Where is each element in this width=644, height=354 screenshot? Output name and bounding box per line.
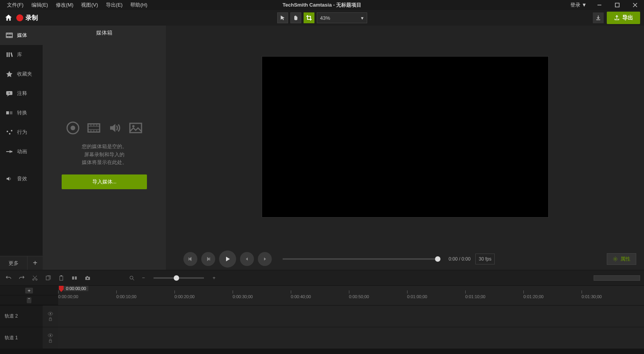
export-icon [614, 15, 620, 21]
eye-icon [48, 333, 53, 337]
tab-label: 音效 [17, 175, 27, 182]
track-label[interactable]: 轨道 2 [0, 306, 43, 327]
tab-media[interactable]: 媒体 [0, 26, 43, 45]
tab-label: 库 [17, 51, 22, 58]
track-add-button[interactable]: + [0, 286, 58, 295]
tab-favorites[interactable]: 收藏夹 [0, 64, 43, 84]
menubar: 文件(F) 编辑(E) 修改(M) 视图(V) 导出(E) 帮助(H) Tech… [0, 0, 644, 10]
tab-library[interactable]: 库 [0, 45, 43, 64]
menu-modify[interactable]: 修改(M) [52, 0, 78, 10]
tab-audio[interactable]: 音效 [0, 169, 43, 188]
hand-tool[interactable] [290, 12, 301, 23]
record-button[interactable]: 录制 [16, 14, 38, 22]
fps-display[interactable]: 30 fps [475, 254, 495, 264]
lock-icon [48, 316, 53, 321]
zoom-out-button[interactable]: − [139, 273, 148, 283]
scrub-head[interactable] [435, 256, 440, 262]
zoom-in-button[interactable]: + [209, 273, 219, 283]
next-marker-button[interactable] [258, 252, 272, 266]
menu-file[interactable]: 文件(F) [3, 0, 28, 10]
svg-rect-19 [60, 276, 63, 280]
tab-transitions[interactable]: 转换 [0, 103, 43, 123]
tab-animation[interactable]: 动画 [0, 142, 43, 161]
timeline: + ˇ 0:00:00;00 0:00:00;000:00:10;000:00:… [0, 285, 644, 354]
download-button[interactable] [593, 12, 604, 23]
svg-point-24 [87, 278, 88, 279]
home-button[interactable] [4, 13, 13, 22]
canvas[interactable] [262, 56, 549, 218]
zoom-slider[interactable] [154, 277, 204, 279]
cut-button[interactable] [30, 273, 40, 283]
prev-frame-button[interactable] [183, 252, 197, 266]
maximize-button[interactable] [608, 0, 626, 10]
menu-view[interactable]: 视图(V) [77, 0, 102, 10]
track-content[interactable] [58, 306, 644, 327]
transition-icon [5, 109, 13, 117]
crop-tool[interactable] [304, 12, 314, 23]
undo-button[interactable] [4, 273, 13, 283]
import-media-button[interactable]: 导入媒体... [62, 174, 147, 189]
behavior-icon [5, 128, 13, 136]
playhead[interactable]: 0:00:00;00 [58, 286, 64, 292]
track-collapse-button[interactable]: ˇ [0, 295, 58, 305]
timeline-hscroll[interactable] [594, 275, 640, 281]
close-button[interactable] [626, 0, 644, 10]
more-button[interactable]: 更多 [0, 256, 27, 270]
camera-button[interactable] [83, 273, 92, 283]
menu-help[interactable]: 帮助(H) [126, 0, 151, 10]
split-button[interactable] [70, 273, 79, 283]
ruler-tick: 0:01:20;00 [523, 294, 544, 299]
svg-rect-13 [130, 123, 142, 133]
menu-export[interactable]: 导出(E) [102, 0, 126, 10]
prev-marker-button[interactable] [240, 252, 254, 266]
svg-rect-4 [6, 111, 9, 114]
play-button[interactable] [219, 250, 236, 268]
svg-point-9 [11, 151, 12, 152]
track-controls[interactable] [43, 306, 58, 327]
zoom-slider-head[interactable] [174, 275, 179, 281]
timeline-ruler[interactable]: 0:00:00;00 0:00:00;000:00:10;000:00:20;0… [58, 286, 644, 305]
next-frame-button[interactable] [201, 252, 215, 266]
track-label[interactable]: 轨道 1 [0, 327, 43, 349]
export-label: 导出 [622, 14, 633, 21]
svg-rect-21 [72, 276, 74, 280]
add-button[interactable]: + [27, 256, 43, 270]
zoom-dropdown[interactable]: 43% ▾ [317, 12, 367, 23]
canvas-area: 0:00 / 0:00 30 fps 属性 [166, 26, 644, 270]
audio-icon [5, 175, 13, 183]
track-content[interactable] [58, 327, 644, 349]
svg-point-28 [50, 313, 51, 314]
tab-label: 收藏夹 [17, 71, 32, 78]
svg-point-7 [9, 133, 10, 135]
svg-point-6 [7, 131, 8, 132]
svg-point-26 [130, 276, 133, 279]
ruler-tick: 0:01:00;00 [407, 294, 427, 299]
svg-point-8 [11, 130, 12, 131]
pointer-tool[interactable] [277, 12, 288, 23]
scrub-bar[interactable] [283, 258, 438, 260]
minimize-button[interactable] [590, 0, 608, 10]
login-button[interactable]: 登录 ▼ [566, 0, 590, 10]
ruler-tick: 0:01:10;00 [465, 294, 485, 299]
tab-annotations[interactable]: a 注释 [0, 84, 43, 103]
tab-label: 转换 [17, 109, 27, 116]
redo-button[interactable] [17, 273, 26, 283]
timeline-track: 轨道 1 [0, 327, 644, 349]
properties-button[interactable]: 属性 [607, 253, 636, 265]
tab-label: 注释 [17, 90, 27, 97]
tab-behavior[interactable]: 行为 [0, 123, 43, 142]
bin-title: 媒体箱 [43, 26, 166, 40]
star-icon [5, 70, 13, 78]
timeline-bottom-scroll[interactable] [58, 349, 644, 354]
copy-button[interactable] [43, 273, 53, 283]
svg-point-31 [50, 335, 51, 336]
svg-rect-5 [10, 111, 12, 114]
paste-button[interactable] [57, 273, 66, 283]
export-button[interactable]: 导出 [607, 12, 640, 24]
image-bin-icon [129, 121, 143, 135]
topbar: 录制 43% ▾ 导出 [0, 10, 644, 26]
menu-edit[interactable]: 编辑(E) [28, 0, 52, 10]
track-controls[interactable] [43, 327, 58, 349]
record-icon [16, 14, 23, 21]
svg-point-11 [71, 126, 75, 130]
